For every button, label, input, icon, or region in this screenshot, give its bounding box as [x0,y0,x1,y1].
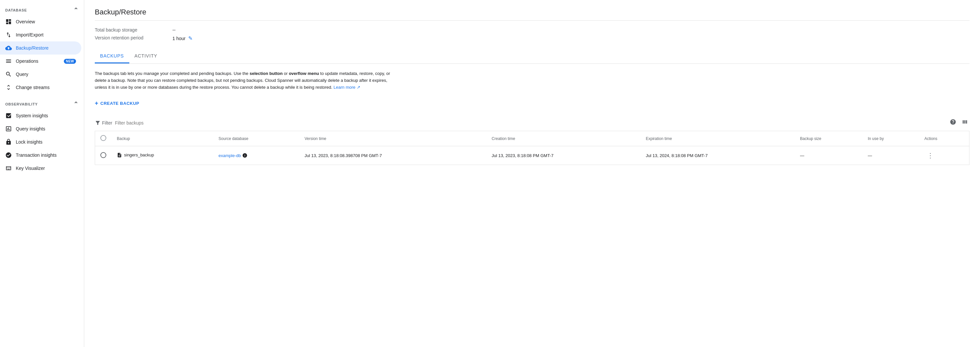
row-backup-cell: singers_backup [111,146,213,165]
sidebar-item-backup-restore[interactable]: Backup/Restore [0,41,81,55]
key-visualizer-icon [5,165,12,171]
col-backup: Backup [111,131,213,146]
row-expiration-time-cell: Jul 13, 2024, 8:18:08 PM GMT-7 [641,146,795,165]
source-db-link[interactable]: example-db [218,153,241,158]
backup-file-icon [117,152,122,158]
col-expiration-time: Expiration time [641,131,795,146]
columns-button[interactable] [960,117,969,128]
sidebar-item-system-insights[interactable]: System insights [0,109,81,122]
filter-input[interactable] [115,120,946,125]
row-creation-time-cell: Jul 13, 2023, 8:18:08 PM GMT-7 [486,146,640,165]
row-radio-cell[interactable] [95,146,111,165]
main-content: Backup/Restore Total backup storage -- V… [84,0,980,347]
system-insights-icon [5,112,12,119]
table-header-row: Backup Source database Version time Crea… [95,131,969,146]
edit-version-retention-icon[interactable]: ✎ [188,35,192,41]
help-button[interactable] [948,117,958,128]
operations-icon [5,58,12,64]
filter-icon-wrap[interactable]: Filter [95,120,112,126]
sidebar-item-query[interactable]: Query [0,68,81,81]
tab-activity[interactable]: ACTIVITY [129,49,162,63]
sidebar-item-transaction-insights[interactable]: Transaction insights [0,149,81,162]
learn-more-link[interactable]: Learn more ↗ [334,85,360,90]
tab-backups[interactable]: BACKUPS [95,49,129,63]
backup-restore-icon [5,45,12,51]
header-radio[interactable] [100,135,106,141]
columns-icon [962,119,968,125]
sidebar-item-import-export[interactable]: Import/Export [0,28,81,41]
sidebar-section-observability-chevron[interactable]: ⌃ [73,101,79,108]
sidebar-item-change-streams[interactable]: Change streams [0,81,81,94]
col-creation-time: Creation time [486,131,640,146]
row-actions-button[interactable]: ⋮ [924,150,936,161]
query-insights-icon [5,125,12,132]
info-icon [242,153,247,158]
col-source-database: Source database [213,131,299,146]
backup-table-wrap: Backup Source database Version time Crea… [95,131,969,165]
sidebar-item-lock-insights-label: Lock insights [16,139,76,144]
version-retention-period-label: Version retention period [95,35,167,41]
create-backup-button[interactable]: + CREATE BACKUP [95,97,139,109]
total-backup-storage-label: Total backup storage [95,27,167,33]
add-icon: + [95,100,99,107]
filter-actions [948,117,969,128]
transaction-insights-icon [5,152,12,158]
sidebar-item-lock-insights[interactable]: Lock insights [0,135,81,149]
row-radio[interactable] [100,152,106,158]
sidebar-item-change-streams-label: Change streams [16,85,76,90]
sidebar-item-query-label: Query [16,71,76,77]
row-backup-size-cell: — [795,146,862,165]
sidebar-section-observability: OBSERVABILITY ⌃ [0,97,84,109]
sidebar-item-overview[interactable]: Overview [0,15,81,28]
filter-row: Filter [95,115,969,131]
lock-insights-icon [5,139,12,145]
col-actions: Actions [919,131,969,146]
change-streams-icon [5,84,12,91]
info-grid: Total backup storage -- Version retentio… [95,27,969,41]
sidebar-item-transaction-insights-label: Transaction insights [16,152,76,158]
description: The backups tab lets you manage your com… [95,70,391,91]
page-title: Backup/Restore [95,8,969,21]
sidebar-item-system-insights-label: System insights [16,113,76,118]
sidebar-item-key-visualizer[interactable]: Key Visualizer [0,162,81,175]
sidebar-item-import-export-label: Import/Export [16,32,76,38]
version-retention-period-value: 1 hour ✎ [172,35,969,41]
row-actions-cell: ⋮ [919,146,969,165]
col-radio [95,131,111,146]
sidebar-item-query-insights[interactable]: Query insights [0,122,81,135]
backup-table: Backup Source database Version time Crea… [95,131,969,165]
operations-badge: NEW [64,59,76,64]
col-version-time: Version time [299,131,487,146]
col-backup-size: Backup size [795,131,862,146]
sidebar-item-backup-restore-label: Backup/Restore [16,45,76,51]
total-backup-storage-value: -- [172,27,969,33]
table-row: singers_backup example-db Jul 13, 2023, … [95,146,969,165]
overview-icon [5,18,12,25]
sidebar-item-operations-label: Operations [16,59,60,64]
row-in-use-by-cell: — [862,146,919,165]
sidebar-section-database: DATABASE ⌃ [0,3,84,15]
tabs: BACKUPS ACTIVITY [95,49,969,64]
col-in-use-by: In use by [862,131,919,146]
help-icon [950,119,956,125]
sidebar-item-operations[interactable]: Operations NEW [0,55,81,68]
sidebar-section-database-chevron[interactable]: ⌃ [73,6,79,14]
row-source-db-cell: example-db [213,146,299,165]
sidebar-item-query-insights-label: Query insights [16,126,76,132]
sidebar-item-overview-label: Overview [16,19,76,24]
row-version-time-cell: Jul 13, 2023, 8:18:08.398708 PM GMT-7 [299,146,487,165]
sidebar-item-key-visualizer-label: Key Visualizer [16,166,76,171]
filter-icon [95,120,101,126]
import-export-icon [5,32,12,38]
query-icon [5,71,12,78]
sidebar: DATABASE ⌃ Overview Import/Export Backup… [0,0,84,347]
external-link-icon: ↗ [357,85,360,90]
